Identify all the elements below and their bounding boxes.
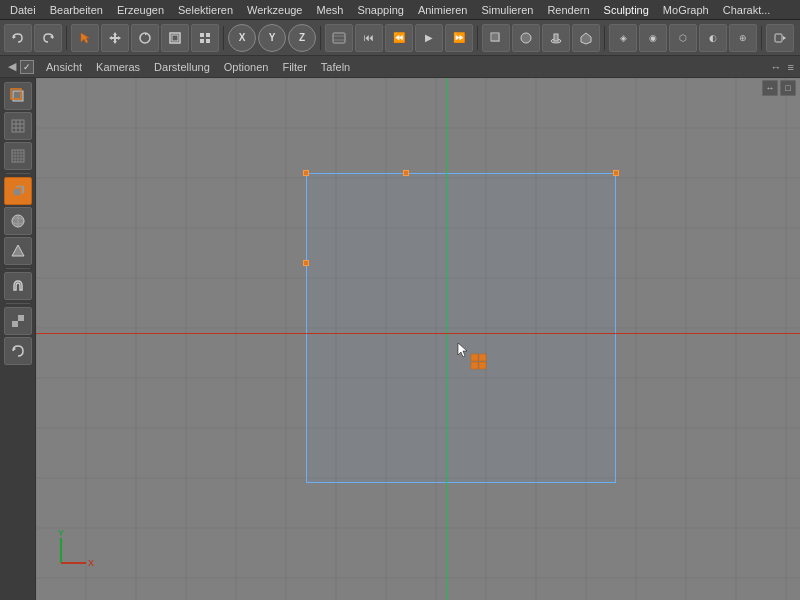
playback-btn-0[interactable]: ⏮ (355, 24, 383, 52)
svg-text:X: X (88, 558, 94, 568)
viewbar-item-optionen[interactable]: Optionen (218, 60, 275, 74)
svg-rect-6 (206, 33, 210, 37)
z-axis-button[interactable]: Z (288, 24, 316, 52)
cube-object-button[interactable] (482, 24, 510, 52)
expand-viewport-btn[interactable]: ↔ (762, 80, 778, 96)
menu-item-mesh[interactable]: Mesh (310, 3, 349, 17)
toolbar: XYZ⏮⏪▶⏩◈◉⬡◐⊕ (0, 20, 800, 56)
toolbar-sep-2 (223, 26, 224, 50)
viewport-expand-icon[interactable]: ↔ (771, 61, 782, 73)
cone-3d-btn[interactable] (4, 237, 32, 265)
svg-rect-9 (333, 33, 345, 43)
undo-button[interactable] (4, 24, 32, 52)
material-btn[interactable] (4, 112, 32, 140)
menu-item-bearbeiten[interactable]: Bearbeiten (44, 3, 109, 17)
sidebar-separator (6, 303, 30, 304)
cube-3d-btn[interactable] (4, 177, 32, 205)
extra-tool-btn-2[interactable]: ⬡ (669, 24, 697, 52)
viewbar-item-tafeln[interactable]: Tafeln (315, 60, 356, 74)
poly-object-button[interactable] (572, 24, 600, 52)
svg-point-14 (521, 33, 531, 43)
sidebar-separator (6, 268, 30, 269)
magnet-btn[interactable] (4, 272, 32, 300)
menu-item-datei[interactable]: Datei (4, 3, 42, 17)
viewbar-right-controls: ↔≡ (771, 61, 794, 73)
timeline-start-button[interactable] (325, 24, 353, 52)
main-area: ↔ □ Y X (0, 78, 800, 600)
svg-rect-22 (12, 120, 24, 132)
grid-btn[interactable] (4, 142, 32, 170)
select-tool-button[interactable] (71, 24, 99, 52)
svg-rect-4 (172, 35, 178, 41)
menu-item-charakt...[interactable]: Charakt... (717, 3, 777, 17)
extra-tool-btn-3[interactable]: ◐ (699, 24, 727, 52)
axis-indicator: Y X (46, 528, 96, 580)
svg-text:Y: Y (58, 528, 64, 538)
scale-tool-button[interactable] (161, 24, 189, 52)
menu-item-werkzeuge[interactable]: Werkzeuge (241, 3, 308, 17)
svg-rect-34 (13, 188, 21, 196)
grid-canvas (36, 78, 800, 600)
svg-marker-19 (783, 36, 786, 40)
extra-tool-btn-4[interactable]: ⊕ (729, 24, 757, 52)
playback-btn-2[interactable]: ▶ (415, 24, 443, 52)
x-axis-button[interactable]: X (228, 24, 256, 52)
playback-btn-1[interactable]: ⏪ (385, 24, 413, 52)
svg-rect-42 (18, 321, 24, 327)
y-axis-button[interactable]: Y (258, 24, 286, 52)
viewport-active-indicator: ✓ (20, 60, 34, 74)
svg-rect-18 (775, 34, 782, 42)
viewbar-item-filter[interactable]: Filter (276, 60, 312, 74)
toolbar-sep-3 (320, 26, 321, 50)
viewport[interactable]: ↔ □ Y X (36, 78, 800, 600)
cylinder-object-button[interactable] (542, 24, 570, 52)
toolbar-sep-4 (477, 26, 478, 50)
toolbar-sep-1 (66, 26, 67, 50)
viewbar-item-kameras[interactable]: Kameras (90, 60, 146, 74)
menu-item-mograph[interactable]: MoGraph (657, 3, 715, 17)
menu-item-snapping[interactable]: Snapping (351, 3, 410, 17)
svg-rect-41 (12, 315, 18, 321)
toolbar-sep-5 (604, 26, 605, 50)
menubar: DateiBearbeitenErzeugenSelektierenWerkze… (0, 0, 800, 20)
viewbar-item-darstellung[interactable]: Darstellung (148, 60, 216, 74)
move-tool-button[interactable] (101, 24, 129, 52)
left-sidebar (0, 78, 36, 600)
playback-btn-3[interactable]: ⏩ (445, 24, 473, 52)
viewbar-item-ansicht[interactable]: Ansicht (40, 60, 88, 74)
transform-tool-button[interactable] (191, 24, 219, 52)
toolbar-sep-6 (761, 26, 762, 50)
menu-item-sculpting[interactable]: Sculpting (598, 3, 655, 17)
extra-tool-btn-1[interactable]: ◉ (639, 24, 667, 52)
svg-rect-7 (200, 39, 204, 43)
svg-rect-16 (554, 34, 558, 41)
rotate-btn[interactable] (4, 337, 32, 365)
rotate-tool-button[interactable] (131, 24, 159, 52)
svg-rect-5 (200, 33, 204, 37)
redo-button[interactable] (34, 24, 62, 52)
object-mode-btn[interactable] (4, 82, 32, 110)
svg-marker-39 (12, 245, 24, 256)
maximize-viewport-btn[interactable]: □ (780, 80, 796, 96)
viewbar-scroll-left[interactable]: ◀ (6, 60, 18, 73)
viewport-controls: ↔ □ (762, 80, 796, 96)
extra-tool-btn-0[interactable]: ◈ (609, 24, 637, 52)
menu-item-erzeugen[interactable]: Erzeugen (111, 3, 170, 17)
menu-item-simulieren[interactable]: Simulieren (475, 3, 539, 17)
checker-btn[interactable] (4, 307, 32, 335)
viewport-menu-icon[interactable]: ≡ (788, 61, 794, 73)
menu-item-selektieren[interactable]: Selektieren (172, 3, 239, 17)
record-button[interactable] (766, 24, 794, 52)
svg-marker-17 (581, 33, 591, 44)
svg-rect-8 (206, 39, 210, 43)
axis-svg: Y X (46, 528, 96, 578)
viewbar: ◀✓AnsichtKamerasDarstellungOptionenFilte… (0, 56, 800, 78)
menu-item-animieren[interactable]: Animieren (412, 3, 474, 17)
sphere-3d-btn[interactable] (4, 207, 32, 235)
menu-item-rendern[interactable]: Rendern (541, 3, 595, 17)
sidebar-separator (6, 173, 30, 174)
sphere-object-button[interactable] (512, 24, 540, 52)
